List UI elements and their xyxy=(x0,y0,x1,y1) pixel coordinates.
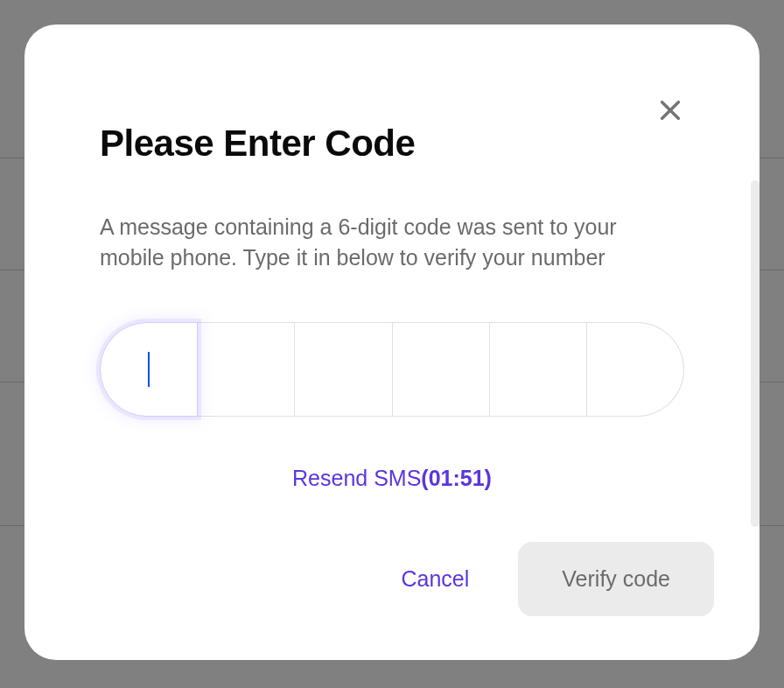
close-button[interactable] xyxy=(658,98,682,125)
code-digit-4[interactable] xyxy=(393,322,490,417)
modal-title: Please Enter Code xyxy=(100,123,684,165)
modal-description: A message containing a 6-digit code was … xyxy=(100,212,684,273)
modal-overlay: Please Enter Code A message containing a… xyxy=(0,0,784,688)
code-digit-2[interactable] xyxy=(198,322,295,417)
modal-header: Please Enter Code xyxy=(24,25,760,165)
verify-code-button[interactable]: Verify code xyxy=(518,542,714,616)
code-digit-5[interactable] xyxy=(490,322,587,417)
cancel-button[interactable]: Cancel xyxy=(390,559,480,599)
code-digit-6[interactable] xyxy=(587,322,684,417)
scrollbar-thumb[interactable] xyxy=(751,180,760,527)
code-input-group xyxy=(100,322,684,417)
verify-code-modal: Please Enter Code A message containing a… xyxy=(24,25,760,660)
modal-body: A message containing a 6-digit code was … xyxy=(24,165,760,491)
text-caret xyxy=(148,352,150,387)
resend-row: Resend SMS(01:51) xyxy=(100,466,684,491)
resend-timer: (01:51) xyxy=(421,466,492,490)
resend-sms-link[interactable]: Resend SMS xyxy=(292,466,421,490)
close-icon xyxy=(658,98,682,123)
code-digit-3[interactable] xyxy=(295,322,392,417)
modal-footer: Cancel Verify code xyxy=(24,542,760,660)
code-digit-1[interactable] xyxy=(100,322,198,417)
